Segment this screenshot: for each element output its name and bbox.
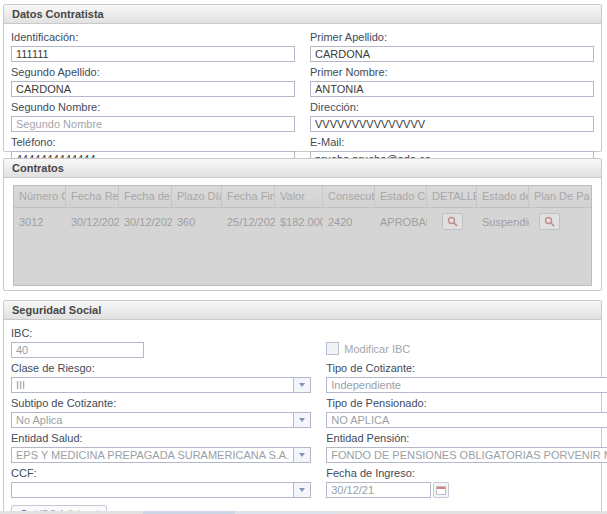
primer-nombre-input[interactable] <box>310 81 594 97</box>
contratos-grid: Número C... Fecha Reg... Fecha de I... P… <box>13 185 592 286</box>
panel-datos-contratista: Datos Contratista Identificación: Primer… <box>3 4 602 152</box>
field-ccf: CCF: <box>11 465 311 498</box>
telefono-label: Teléfono: <box>11 134 295 151</box>
field-modificar-ibc: Modificar IBC <box>326 325 607 358</box>
fecha-ingreso-label: Fecha de Ingreso: <box>326 465 607 482</box>
fecha-ingreso-input[interactable] <box>326 482 431 498</box>
entidad-pension-label: Entidad Pensión: <box>326 430 607 447</box>
subtipo-cotizante-combo[interactable]: No Aplica <box>11 412 311 428</box>
primer-nombre-label: Primer Nombre: <box>310 64 594 81</box>
panel-seguridad-social: Seguridad Social IBC: Modificar IBC Clas… <box>3 300 602 514</box>
panel-header-contratos: Contratos <box>4 159 601 178</box>
cell-estado-contrato: APROBADO <box>375 216 427 228</box>
col-fecha-fin: Fecha Fin <box>222 186 275 207</box>
field-segundo-apellido: Segundo Apellido: <box>11 64 295 97</box>
tipo-pensionado-value: NO APLICA <box>327 413 607 427</box>
col-fecha-registro: Fecha Reg... <box>66 186 119 207</box>
modificar-ibc-checkbox[interactable] <box>326 342 339 355</box>
field-entidad-pension: Entidad Pensión: FONDO DE PENSIONES OBLI… <box>326 430 607 463</box>
col-estado-del: Estado del ... <box>477 186 529 207</box>
field-direccion: Dirección: <box>310 99 594 132</box>
identificacion-label: Identificación: <box>11 29 295 46</box>
page: Datos Contratista Identificación: Primer… <box>0 0 607 514</box>
email-label: E-Mail: <box>310 134 594 151</box>
cell-plan-de-pagos <box>529 213 591 230</box>
calendar-icon <box>436 485 446 495</box>
panel-header-datos-contratista: Datos Contratista <box>4 5 601 24</box>
chevron-down-icon[interactable] <box>293 378 310 392</box>
field-subtipo-cotizante: Subtipo de Cotizante: No Aplica <box>11 395 311 428</box>
field-segundo-nombre: Segundo Nombre: <box>11 99 295 132</box>
clase-riesgo-combo[interactable]: III <box>11 377 311 393</box>
tipo-pensionado-combo[interactable]: NO APLICA <box>326 412 607 428</box>
panel-body-seguridad-social: IBC: Modificar IBC Clase de Riesgo: III <box>4 320 601 514</box>
chevron-down-icon[interactable] <box>293 413 310 427</box>
direccion-label: Dirección: <box>310 99 594 116</box>
field-ibc: IBC: <box>11 325 311 358</box>
col-plan-de-pagos: Plan De Pa... <box>529 186 591 207</box>
ccf-combo[interactable] <box>11 482 311 498</box>
field-identificacion: Identificación: <box>11 29 295 62</box>
clase-riesgo-value: III <box>12 378 293 392</box>
cell-consecutivo: 2420 <box>323 216 375 228</box>
clase-riesgo-label: Clase de Riesgo: <box>11 360 311 377</box>
col-plazo-dias: Plazo Días <box>172 186 222 207</box>
chevron-down-icon[interactable] <box>293 483 310 497</box>
ccf-value <box>12 483 293 497</box>
ibc-input[interactable] <box>11 342 144 358</box>
calendar-button[interactable] <box>433 482 449 498</box>
col-fecha-inicio: Fecha de I... <box>119 186 172 207</box>
ccf-label: CCF: <box>11 465 311 482</box>
cell-fecha-registro: 30/12/2021 <box>66 216 119 228</box>
tipo-cotizante-value: Independiente <box>327 378 607 392</box>
tipo-cotizante-label: Tipo de Cotizante: <box>326 360 607 377</box>
field-fecha-ingreso: Fecha de Ingreso: <box>326 465 607 498</box>
col-numero-contrato: Número C... <box>14 186 66 207</box>
segundo-apellido-input[interactable] <box>11 81 295 97</box>
entidad-pension-combo[interactable]: FONDO DE PENSIONES OBLIGATORIAS PORVENIR… <box>326 447 607 463</box>
segundo-nombre-input[interactable] <box>11 116 295 132</box>
primer-apellido-input[interactable] <box>310 46 594 62</box>
panel-header-seguridad-social: Seguridad Social <box>4 301 601 320</box>
tipo-cotizante-combo[interactable]: Independiente <box>326 377 607 393</box>
contratos-grid-header: Número C... Fecha Reg... Fecha de I... P… <box>14 186 591 208</box>
cell-fecha-fin: 25/12/2022 <box>222 216 275 228</box>
col-valor: Valor <box>275 186 323 207</box>
panel-contratos: Contratos Número C... Fecha Reg... Fecha… <box>3 158 602 291</box>
segundo-apellido-label: Segundo Apellido: <box>11 64 295 81</box>
subtipo-cotizante-label: Subtipo de Cotizante: <box>11 395 311 412</box>
cell-valor: $182.000.0... <box>275 216 323 228</box>
entidad-pension-value: FONDO DE PENSIONES OBLIGATORIAS PORVENIR… <box>327 448 607 462</box>
panel-body-datos-contratista: Identificación: Primer Apellido: Segundo… <box>4 24 601 171</box>
field-primer-nombre: Primer Nombre: <box>310 64 594 97</box>
field-entidad-salud: Entidad Salud: EPS Y MEDICINA PREPAGADA … <box>11 430 311 463</box>
cell-estado-del: Suspendido <box>477 216 529 228</box>
chevron-down-icon[interactable] <box>293 448 310 462</box>
cell-fecha-inicio: 30/12/2021 <box>119 216 172 228</box>
modificar-ibc-label: Modificar IBC <box>344 343 410 355</box>
entidad-salud-value: EPS Y MEDICINA PREPAGADA SURAMERICANA S.… <box>12 448 293 462</box>
col-detalle: DETALLE ... <box>427 186 477 207</box>
primer-apellido-label: Primer Apellido: <box>310 29 594 46</box>
direccion-input[interactable] <box>310 116 594 132</box>
detalle-icon <box>447 216 458 227</box>
segundo-nombre-label: Segundo Nombre: <box>11 99 295 116</box>
cell-plazo-dias: 360 <box>172 216 222 228</box>
identificacion-input[interactable] <box>11 46 295 62</box>
plan-de-pagos-button[interactable] <box>539 213 560 230</box>
field-clase-riesgo: Clase de Riesgo: III <box>11 360 311 393</box>
tipo-pensionado-label: Tipo de Pensionado: <box>326 395 607 412</box>
cell-detalle <box>427 213 477 230</box>
entidad-salud-label: Entidad Salud: <box>11 430 311 447</box>
plan-de-pagos-icon <box>544 216 555 227</box>
field-primer-apellido: Primer Apellido: <box>310 29 594 62</box>
cell-numero-contrato: 3012 <box>14 216 66 228</box>
col-estado-contrato: Estado Co... <box>375 186 427 207</box>
detalle-button[interactable] <box>442 213 463 230</box>
ibc-label: IBC: <box>11 325 311 342</box>
field-tipo-cotizante: Tipo de Cotizante: Independiente <box>326 360 607 393</box>
subtipo-cotizante-value: No Aplica <box>12 413 293 427</box>
col-consecutivo: Consecutiv... <box>323 186 375 207</box>
entidad-salud-combo[interactable]: EPS Y MEDICINA PREPAGADA SURAMERICANA S.… <box>11 447 311 463</box>
contratos-grid-row: 3012 30/12/2021 30/12/2021 360 25/12/202… <box>14 208 591 235</box>
